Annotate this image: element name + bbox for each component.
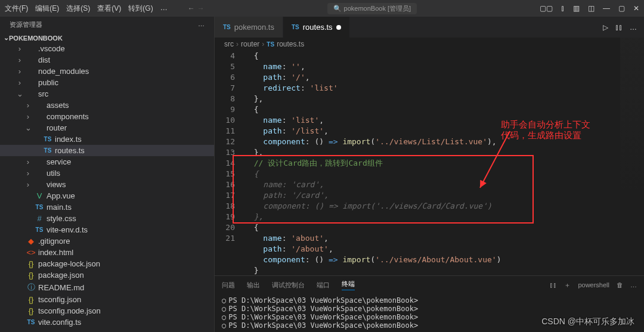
file-icon: ◆: [26, 237, 36, 246]
layout2-icon[interactable]: ▥: [573, 4, 580, 13]
search-text: pokemonBook [管理员]: [344, 4, 411, 13]
code-editor[interactable]: 456789101112131415161718192021 { name: '…: [215, 51, 644, 275]
file-icon: {}: [26, 295, 36, 304]
tree-item-README.md[interactable]: ⓘREADME.md: [0, 281, 214, 294]
terminal-shell[interactable]: powershell: [578, 281, 609, 288]
panel-toggle-icon[interactable]: ⫿: [561, 4, 565, 13]
file-icon: {}: [26, 259, 36, 268]
ts-icon: TS: [292, 24, 299, 30]
file-name: tsconfig.node.json: [38, 306, 101, 315]
file-icon: ⓘ: [26, 282, 36, 293]
menu-goto[interactable]: 转到(G): [128, 4, 153, 14]
breadcrumb[interactable]: src › router › TS routes.ts: [215, 38, 644, 51]
file-name: style.css: [47, 214, 76, 223]
tree-item-package-lock.json[interactable]: {}package-lock.json: [0, 258, 214, 269]
terminal[interactable]: ○PS D:\WorkSpace\03 VueWorkSpace\pokemon…: [215, 294, 644, 332]
command-center[interactable]: 🔍 pokemonBook [管理员]: [327, 3, 417, 14]
tree-item-.gitignore[interactable]: ◆.gitignore: [0, 235, 214, 247]
tree-item-tsconfig.node.json[interactable]: {}tsconfig.node.json: [0, 305, 214, 317]
file-name: tsconfig.json: [38, 295, 81, 304]
explorer-title: 资源管理器: [10, 20, 42, 29]
breadcrumb-item[interactable]: src: [224, 40, 234, 48]
project-root[interactable]: ⌄ POKEMONBOOK: [0, 33, 214, 43]
menu-more[interactable]: …: [160, 4, 168, 14]
tree-item-service[interactable]: ›service: [0, 156, 214, 167]
split-editor-icon[interactable]: ⫿⫿: [615, 23, 623, 32]
file-name: vite-env.d.ts: [47, 225, 88, 234]
panel-new-icon[interactable]: ＋: [564, 281, 571, 290]
project-name: POKEMONBOOK: [9, 35, 63, 42]
tree-item-package.json[interactable]: {}package.json: [0, 269, 214, 281]
tree-item-App.vue[interactable]: VApp.vue: [0, 190, 214, 201]
tree-item-public[interactable]: ›public: [0, 77, 214, 88]
run-icon[interactable]: ▷: [603, 23, 608, 32]
panel-tab-端口[interactable]: 端口: [317, 281, 330, 290]
tree-item-tsconfig.json[interactable]: {}tsconfig.json: [0, 294, 214, 305]
tree-item-style.css[interactable]: #style.css: [0, 213, 214, 224]
file-icon: <>: [26, 248, 36, 257]
code-lines[interactable]: { name: '', path: '/', redirect: 'list' …: [244, 51, 644, 275]
menu-file[interactable]: 文件(F): [5, 4, 28, 14]
file-name: App.vue: [47, 191, 75, 200]
tree-item-src[interactable]: ⌄src: [0, 88, 214, 100]
panel-split-icon[interactable]: ⫿⫿: [550, 281, 557, 288]
minimap[interactable]: [620, 38, 644, 193]
tab-routes.ts[interactable]: TSroutes.ts: [283, 17, 350, 38]
panel-tab-问题[interactable]: 问题: [222, 281, 235, 290]
panel-tab-终端[interactable]: 终端: [342, 280, 355, 290]
file-icon: TS: [35, 204, 44, 210]
breadcrumb-item[interactable]: routes.ts: [277, 40, 304, 48]
chevron-icon: ›: [24, 101, 32, 110]
file-tree: ›.vscode›dist›node_modules›public⌄src›as…: [0, 43, 214, 332]
tree-item-vite-env.d.ts[interactable]: TSvite-env.d.ts: [0, 224, 214, 235]
file-name: src: [38, 89, 48, 98]
tree-item-router[interactable]: ⌄router: [0, 122, 214, 134]
tree-item-utils[interactable]: ›utils: [0, 167, 214, 179]
menu-edit[interactable]: 编辑(E): [35, 4, 59, 14]
tree-item-vite.config.ts[interactable]: TSvite.config.ts: [0, 317, 214, 328]
trash-icon[interactable]: 🗑: [617, 281, 623, 288]
breadcrumb-item[interactable]: router: [241, 40, 259, 48]
tree-item-main.ts[interactable]: TSmain.ts: [0, 201, 214, 213]
file-icon: #: [35, 214, 44, 223]
explorer-more-icon[interactable]: …: [198, 20, 205, 29]
customize-icon[interactable]: ◫: [588, 4, 595, 13]
minimize-icon[interactable]: —: [603, 4, 610, 13]
terminal-line: PS D:\WorkSpace\03 VueWorkSpace\pokemonB…: [228, 321, 418, 330]
panel-tab-调试控制台[interactable]: 调试控制台: [272, 281, 305, 290]
tab-label: routes.ts: [303, 23, 333, 32]
tree-item-index.html[interactable]: <>index.html: [0, 247, 214, 258]
tab-pokemon.ts[interactable]: TSpokemon.ts: [215, 17, 283, 38]
tree-item-node_modules[interactable]: ›node_modules: [0, 66, 214, 77]
panel-more-icon[interactable]: …: [630, 281, 637, 288]
maximize-icon[interactable]: ▢: [618, 4, 625, 13]
nav-back-icon[interactable]: ←: [188, 4, 195, 13]
tree-item-assets[interactable]: ›assets: [0, 100, 214, 111]
close-icon[interactable]: ✕: [633, 4, 639, 13]
chevron-icon: ›: [24, 169, 32, 178]
menu-select[interactable]: 选择(S): [66, 4, 90, 14]
prompt-icon: ○: [222, 296, 226, 305]
chevron-icon: ⌄: [16, 89, 24, 98]
file-icon: {}: [26, 271, 36, 280]
tree-item-routes.ts[interactable]: TSroutes.ts: [0, 145, 214, 156]
editor-tabs: TSpokemon.tsTSroutes.ts ▷ ⫿⫿ …: [215, 17, 644, 38]
file-name: router: [47, 123, 67, 132]
menu-view[interactable]: 查看(V): [97, 4, 121, 14]
tree-item-components[interactable]: ›components: [0, 111, 214, 122]
chevron-icon: ⌄: [24, 123, 32, 132]
modified-dot: [336, 25, 341, 30]
terminal-line: PS D:\WorkSpace\03 VueWorkSpace\pokemonB…: [228, 296, 418, 305]
tab-more-icon[interactable]: …: [630, 23, 637, 32]
layout-icon[interactable]: ▢▢: [540, 4, 553, 13]
panel-tab-输出[interactable]: 输出: [247, 281, 260, 290]
tree-item-views[interactable]: ›views: [0, 179, 214, 190]
chevron-icon: ›: [24, 157, 32, 166]
tree-item-dist[interactable]: ›dist: [0, 54, 214, 66]
file-icon: TS: [43, 136, 52, 142]
ts-icon: TS: [223, 24, 231, 30]
file-name: service: [47, 157, 71, 166]
tree-item-index.ts[interactable]: TSindex.ts: [0, 134, 214, 145]
tree-item-.vscode[interactable]: ›.vscode: [0, 43, 214, 54]
nav-forward-icon[interactable]: →: [197, 4, 205, 13]
